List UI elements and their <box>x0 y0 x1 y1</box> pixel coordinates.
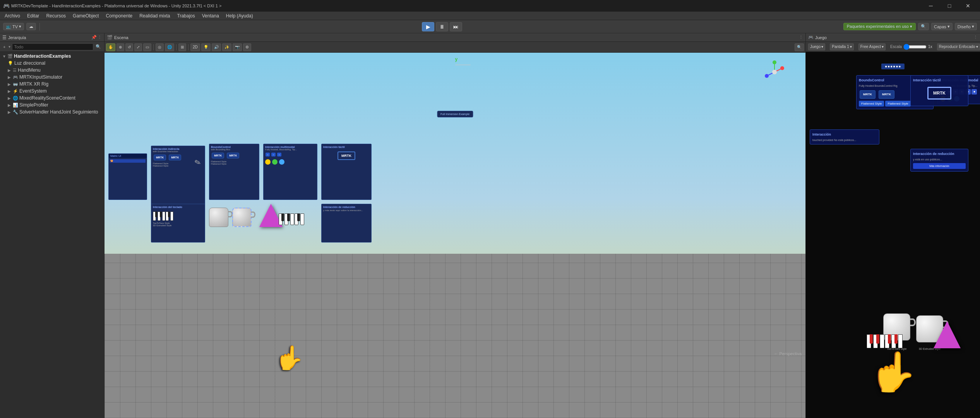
svg-point-5 <box>765 74 769 78</box>
menu-ventana[interactable]: Ventana <box>199 12 222 19</box>
scene-menu-icon[interactable]: ⋮ <box>799 35 803 40</box>
hierarchy-title: Jerarquía <box>8 35 26 40</box>
menu-realidad-mixta[interactable]: Realidad mixta <box>136 12 173 19</box>
step-button[interactable]: ⏭ <box>450 22 462 31</box>
gizmos-button[interactable]: ⚙ <box>243 43 251 51</box>
chevron-down-icon: ▾ <box>910 24 912 29</box>
scene-panel-tactile: Interacción táctil MRTK <box>321 144 372 200</box>
pivot-button[interactable]: ◎ <box>156 43 164 51</box>
menu-archivo[interactable]: Archivo <box>2 12 23 19</box>
hierarchy-pin-icon[interactable]: 📌 <box>91 35 97 40</box>
cloud-button[interactable]: ☁ <box>26 23 36 30</box>
game-view[interactable]: ■ ■ ■ ■ ■ ■ BoundsControl Fully Hosted B… <box>806 52 980 418</box>
menu-editar[interactable]: Editar <box>24 12 42 19</box>
flattened-style-2: Flattened Style <box>885 101 910 107</box>
game-view-toolbar: Juego ▾ Pantalla 1 ▾ Free Aspect ▾ Escal… <box>806 42 980 52</box>
hierarchy-item-mrtkxrrig[interactable]: ▶ 🥽 MRTK XR Rig <box>0 81 104 88</box>
game-main-bg: ■ ■ ■ ■ ■ ■ BoundsControl Fully Hosted B… <box>806 52 980 418</box>
move-icon: ⊕ <box>119 45 122 49</box>
hierarchy-icon: ☰ <box>2 35 7 40</box>
flattened-style-1: Flattened Style <box>859 101 884 107</box>
hierarchy-item-mrtkinput[interactable]: ▶ 🎮 MRTKInputSimulator <box>0 74 104 81</box>
scene-header: 🎬 Escena ⋮ <box>105 33 805 42</box>
scene-piano <box>279 213 304 225</box>
title-text: MRTKDevTemplate - HandInteractionExample… <box>11 3 221 8</box>
grid-snap-button[interactable]: ⊞ <box>178 43 186 51</box>
scene-divider <box>455 64 471 65</box>
hand-menu-icon: ☰ <box>13 68 17 73</box>
lighting-button[interactable]: 💡 <box>201 43 211 51</box>
minimize-button[interactable]: ─ <box>922 0 940 12</box>
audio-button[interactable]: 🔊 <box>212 43 221 51</box>
hierarchy-tree: ▼ 🎬 HandInteractionExamples 💡 Luz direcc… <box>0 52 104 418</box>
scale-slider[interactable] <box>903 44 927 50</box>
scale-label: Escala <box>890 45 902 49</box>
svg-point-4 <box>773 60 776 64</box>
menu-componente[interactable]: Componente <box>103 12 135 19</box>
step-icon: ⏭ <box>453 24 459 30</box>
hierarchy-menu-icon[interactable]: ⋮ <box>98 35 102 40</box>
hierarchy-item-luz[interactable]: 💡 Luz direccional <box>0 60 104 67</box>
global-button[interactable]: 🌐 <box>165 43 174 51</box>
search-icon-btn[interactable]: 🔍 <box>94 43 103 50</box>
hierarchy-item-handmenu[interactable]: ▶ ☰ HandMenu <box>0 67 104 74</box>
menu-help[interactable]: Help (Ayuda) <box>223 12 256 19</box>
effects-button[interactable]: ✨ <box>222 43 231 51</box>
rotate-icon: ↺ <box>128 45 131 49</box>
game-pyramid <box>934 321 961 348</box>
tv-dropdown[interactable]: 📺 TV ▾ <box>3 23 24 30</box>
move-tool-button[interactable]: ⊕ <box>117 43 124 51</box>
scene-search-btn[interactable]: 🔍 <box>795 43 804 51</box>
expand-arrow: ▶ <box>8 89 12 93</box>
menu-gameobject[interactable]: GameObject <box>70 12 102 19</box>
game-label-dropdown[interactable]: Juego ▾ <box>808 43 825 50</box>
rect-icon: ▭ <box>146 45 149 49</box>
rotate-tool-button[interactable]: ↺ <box>125 43 133 51</box>
scene-view[interactable]: ← Perspectiva Matric UI 🌄 Interac <box>105 53 805 418</box>
search-icon: 🔍 <box>921 24 926 29</box>
game-menu-icon[interactable]: ⋮ <box>973 35 978 40</box>
toolbar-sep2 <box>176 44 176 50</box>
xr-rig-icon: 🥽 <box>13 82 18 87</box>
add-object-button[interactable]: + <box>2 44 7 50</box>
gizmos-icon: ⚙ <box>245 45 249 49</box>
maximize-button[interactable]: □ <box>941 0 958 12</box>
chevron-down-icon: ▾ <box>882 45 884 49</box>
chevron-down-icon: ▾ <box>850 45 852 49</box>
camera-icon: 📷 <box>235 45 240 49</box>
hierarchy-item-solverhandler[interactable]: ▶ 🔧 SolverHandler HandJoint Seguimiento <box>0 108 104 115</box>
hierarchy-item-mixedreality[interactable]: ▶ 🌐 MixedRealitySceneContent <box>0 95 104 101</box>
rect-tool-button[interactable]: ▭ <box>143 43 151 51</box>
chevron-down-icon: ▾ <box>821 45 823 49</box>
input-icon: 🎮 <box>13 75 18 80</box>
close-button[interactable]: ✕ <box>959 0 977 12</box>
expand-arrow: ▶ <box>8 68 12 72</box>
play-button[interactable]: ▶ <box>422 22 434 31</box>
hierarchy-item-eventsystem[interactable]: ▶ ⚡ EventSystem <box>0 88 104 95</box>
menu-trabajos[interactable]: Trabajos <box>174 12 198 19</box>
layout-dropdown[interactable]: Diseño ▾ <box>955 23 977 30</box>
hierarchy-item-simpleprofiler[interactable]: ▶ 📊 SimpleProfiler <box>0 101 104 108</box>
2d-button[interactable]: 2D <box>190 43 200 51</box>
toolbar-sep <box>153 44 154 50</box>
hierarchy-root-item[interactable]: ▼ 🎬 HandInteractionExamples <box>0 53 104 60</box>
focused-play-button[interactable]: Reproducir Enfocado ▾ <box>937 43 980 50</box>
display-dropdown[interactable]: Pantalla 1 ▾ <box>830 43 853 50</box>
hierarchy-search[interactable] <box>12 43 93 50</box>
layers-dropdown[interactable]: Capas ▾ <box>931 23 953 30</box>
cloud-icon: ☁ <box>29 24 33 29</box>
hand-tool-button[interactable]: ✋ <box>106 43 115 51</box>
aspect-dropdown[interactable]: Free Aspect ▾ <box>858 43 886 50</box>
game-tactile-card: Interacción táctil MRTK <box>910 75 968 106</box>
game-title: Juego <box>815 35 827 40</box>
scale-value: 1x <box>928 45 932 49</box>
menu-recursos[interactable]: Recursos <box>43 12 69 19</box>
pause-button[interactable]: ⏸ <box>436 22 448 31</box>
camera-view-button[interactable]: 📷 <box>233 43 242 51</box>
scene-panel-reduction: Interacción de reducción y más texto aqu… <box>321 204 372 243</box>
game-top-bar: ■ ■ ■ ■ ■ ■ <box>881 64 905 69</box>
search-button[interactable]: 🔍 <box>918 23 929 30</box>
scale-tool-button[interactable]: ⤢ <box>134 43 142 51</box>
experimental-packages-button[interactable]: Paquetes experimentales en uso ▾ <box>843 23 916 30</box>
content-area: 🎬 Escena ⋮ ✋ ⊕ ↺ ⤢ <box>105 33 980 418</box>
